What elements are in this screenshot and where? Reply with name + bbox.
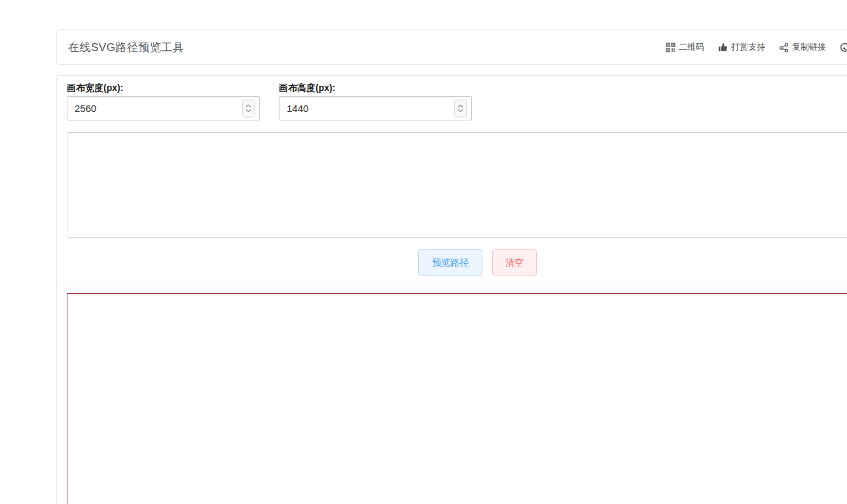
chevron-down-icon[interactable]	[458, 109, 463, 113]
chevron-up-icon[interactable]	[458, 105, 463, 108]
clear-button[interactable]: 清空	[492, 249, 537, 276]
svg-preview-canvas	[67, 293, 847, 504]
canvas-width-label: 画布宽度(px):	[67, 81, 260, 94]
share-nodes-icon	[779, 43, 789, 52]
section-divider	[57, 285, 847, 285]
canvas-height-label: 画布高度(px):	[279, 81, 472, 94]
feedback-icon	[840, 43, 847, 52]
chevron-up-icon[interactable]	[245, 105, 251, 108]
canvas-height-stepper[interactable]	[454, 99, 467, 117]
canvas-height-input[interactable]	[279, 96, 472, 120]
thumbs-up-icon	[718, 43, 728, 52]
canvas-height-field: 画布高度(px):	[279, 81, 472, 120]
qrcode-link[interactable]: 二维码	[666, 41, 704, 53]
svg-path-textarea[interactable]	[67, 132, 847, 238]
donate-link[interactable]: 打赏支持	[718, 41, 765, 53]
canvas-width-field: 画布宽度(px):	[67, 81, 260, 120]
preview-path-button[interactable]: 预览路径	[418, 249, 482, 276]
qrcode-icon	[666, 43, 676, 52]
chevron-down-icon[interactable]	[245, 109, 251, 113]
header-links: 二维码 打赏支持	[666, 41, 847, 53]
canvas-width-stepper[interactable]	[242, 99, 255, 117]
action-buttons: 预览路径 清空	[67, 249, 847, 276]
main-card: 画布宽度(px): 画布高度(px):	[56, 75, 847, 504]
header-card: 在线SVG路径预览工具	[56, 29, 847, 65]
canvas-size-fields: 画布宽度(px): 画布高度(px):	[67, 81, 847, 120]
copy-link-link[interactable]: 复制链接	[779, 41, 826, 53]
copy-link-label: 复制链接	[792, 41, 826, 53]
page-title: 在线SVG路径预览工具	[68, 40, 184, 55]
feedback-link[interactable]: 反馈建议	[840, 41, 847, 53]
canvas-width-input[interactable]	[67, 96, 260, 120]
qrcode-link-label: 二维码	[679, 41, 704, 53]
donate-link-label: 打赏支持	[731, 41, 765, 53]
page-column: 在线SVG路径预览工具	[56, 29, 847, 504]
